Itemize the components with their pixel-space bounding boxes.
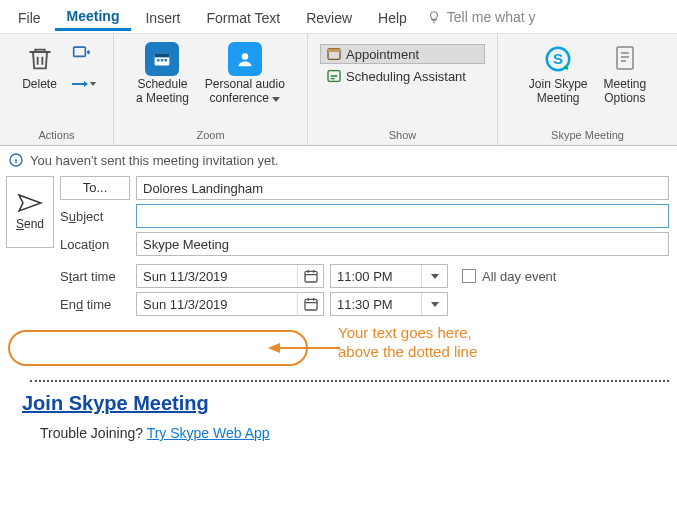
message-body[interactable]: Join Skype Meeting Trouble Joining? Try … [0, 388, 677, 451]
svg-rect-15 [305, 271, 317, 282]
chevron-down-icon [272, 97, 280, 102]
tell-me-label: Tell me what y [447, 9, 536, 25]
tab-insert[interactable]: Insert [133, 4, 192, 30]
try-skype-web-app-link[interactable]: Try Skype Web App [147, 425, 270, 441]
calendar-picker-icon [297, 265, 323, 287]
start-date-value: Sun 11/3/2019 [137, 269, 297, 284]
start-date-picker[interactable]: Sun 11/3/2019 [136, 264, 324, 288]
send-icon [17, 193, 43, 213]
skype-icon: S [541, 42, 575, 76]
all-day-label: All day event [482, 269, 556, 284]
join-skype-meeting-link[interactable]: Join Skype Meeting [22, 392, 209, 414]
scheduling-assistant-button[interactable]: Scheduling Assistant [320, 66, 485, 86]
meeting-options-button[interactable]: Meeting Options [596, 38, 655, 106]
start-time-label: Start time [60, 269, 130, 284]
tab-format-text[interactable]: Format Text [194, 4, 292, 30]
subject-field[interactable] [136, 204, 669, 228]
svg-rect-4 [158, 59, 160, 61]
tab-help[interactable]: Help [366, 4, 419, 30]
start-time-value: 11:00 PM [331, 269, 421, 284]
svg-text:S: S [553, 50, 563, 67]
svg-rect-13 [617, 47, 633, 69]
subject-label: Subject [60, 209, 130, 224]
tell-me[interactable]: Tell me what y [427, 9, 536, 25]
location-label: Location [60, 237, 130, 252]
meeting-options-label: Meeting Options [604, 78, 647, 106]
audio-label: Personal audio conference [205, 78, 285, 106]
to-button[interactable]: To... [60, 176, 130, 200]
svg-marker-18 [268, 343, 280, 353]
send-button[interactable]: Send [6, 176, 54, 248]
to-field[interactable] [136, 176, 669, 200]
end-date-value: Sun 11/3/2019 [137, 297, 297, 312]
trash-icon [23, 42, 57, 76]
delete-button[interactable]: Delete [14, 38, 65, 92]
meeting-form: Send To... Subject Location Start time S… [0, 174, 677, 320]
callout-box [8, 330, 308, 366]
document-icon [608, 42, 642, 76]
callout-text: Your text goes here, above the dotted li… [338, 324, 477, 362]
send-label: Send [16, 217, 44, 231]
svg-rect-0 [74, 47, 86, 56]
svg-rect-16 [305, 299, 317, 310]
end-time-value: 11:30 PM [331, 297, 421, 312]
group-skype: S Join Skype Meeting Meeting Options Sky… [498, 34, 677, 145]
info-text: You haven't sent this meeting invitation… [30, 153, 278, 168]
delete-label: Delete [22, 78, 57, 92]
chevron-down-icon [421, 293, 447, 315]
trouble-joining: Trouble Joining? Try Skype Web App [22, 425, 655, 441]
ribbon-tabs: File Meeting Insert Format Text Review H… [0, 0, 677, 34]
group-actions: Delete Actions [0, 34, 114, 145]
group-show-title: Show [389, 127, 417, 143]
scheduling-icon [326, 68, 342, 84]
forward-icon [71, 42, 93, 64]
person-icon [228, 42, 262, 76]
group-zoom-title: Zoom [196, 127, 224, 143]
tab-meeting[interactable]: Meeting [55, 2, 132, 31]
personal-audio-button[interactable]: Personal audio conference [197, 38, 293, 106]
end-date-picker[interactable]: Sun 11/3/2019 [136, 292, 324, 316]
all-day-checkbox[interactable]: All day event [462, 269, 556, 284]
appointment-icon [326, 46, 342, 62]
dotted-separator [30, 380, 669, 382]
annotation-callout: Your text goes here, above the dotted li… [0, 320, 677, 380]
svg-rect-6 [165, 59, 167, 61]
arrow-dropdown-icon [68, 78, 96, 92]
join-skype-button[interactable]: S Join Skype Meeting [521, 38, 596, 106]
chevron-down-icon [421, 265, 447, 287]
group-skype-title: Skype Meeting [551, 127, 624, 143]
group-show: Appointment Scheduling Assistant Show [308, 34, 498, 145]
ribbon: Delete Actions Schedule [0, 34, 677, 146]
checkbox-icon [462, 269, 476, 283]
group-actions-title: Actions [38, 127, 74, 143]
appointment-button[interactable]: Appointment [320, 44, 485, 64]
tab-review[interactable]: Review [294, 4, 364, 30]
info-bar: You haven't sent this meeting invitation… [0, 146, 677, 174]
end-time-picker[interactable]: 11:30 PM [330, 292, 448, 316]
svg-marker-1 [90, 82, 96, 86]
end-time-label: End time [60, 297, 130, 312]
tab-file[interactable]: File [6, 4, 53, 30]
appointment-label: Appointment [346, 47, 419, 62]
info-icon [8, 152, 24, 168]
scheduling-label: Scheduling Assistant [346, 69, 466, 84]
calendar-picker-icon [297, 293, 323, 315]
schedule-label: Schedule a Meeting [136, 78, 189, 106]
start-time-picker[interactable]: 11:00 PM [330, 264, 448, 288]
svg-rect-9 [328, 49, 340, 52]
join-skype-label: Join Skype Meeting [529, 78, 588, 106]
location-field[interactable] [136, 232, 669, 256]
lightbulb-icon [427, 10, 441, 24]
svg-point-7 [242, 53, 249, 60]
arrow-icon [268, 341, 340, 355]
schedule-meeting-button[interactable]: Schedule a Meeting [128, 38, 197, 106]
forward-button[interactable] [65, 38, 99, 92]
calendar-icon [145, 42, 179, 76]
svg-rect-5 [161, 59, 163, 61]
svg-rect-3 [155, 53, 170, 57]
group-zoom: Schedule a Meeting Personal audio confer… [114, 34, 308, 145]
